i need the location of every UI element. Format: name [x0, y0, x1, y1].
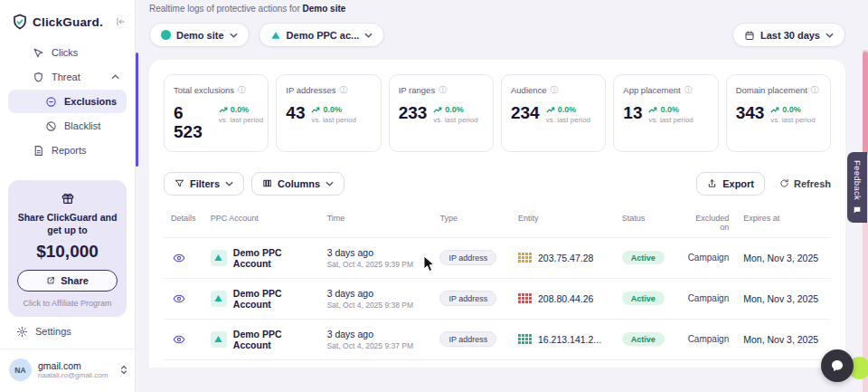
export-button[interactable]: Export	[696, 172, 765, 196]
collapse-icon	[115, 16, 126, 27]
info-icon[interactable]: ⓘ	[811, 86, 819, 94]
sidebar-collapse-button[interactable]	[115, 16, 126, 27]
trend-up-icon	[648, 107, 657, 113]
date-range-dropdown[interactable]: Last 30 days	[732, 23, 845, 47]
chevron-down-icon	[230, 33, 238, 38]
ppc-platform-icon	[211, 291, 227, 307]
stat-card-total-exclusions: Total exclusionsⓘ 6 523 0.0% vs. last pe…	[164, 74, 269, 152]
column-header-type: Type	[432, 208, 511, 238]
user-account-menu[interactable]: NA gmail.com naatali.ro@gmail.com	[0, 349, 135, 392]
view-details-button[interactable]	[171, 250, 187, 266]
column-header-time: Time	[320, 208, 433, 238]
sidebar-item-clicks[interactable]: Clicks	[8, 41, 127, 64]
logo-row: ClickGuard.	[0, 0, 135, 39]
chevron-up-down-icon	[120, 364, 127, 376]
stat-delta: 0.0%	[231, 105, 250, 114]
nav-label: Blacklist	[64, 120, 119, 131]
time-absolute: Sat, Oct 4, 2025 9:38 PM	[327, 301, 426, 310]
user-email: naatali.ro@gmail.com	[38, 371, 114, 379]
table-row: Demo PPC Account 3 days agoSat, Oct 4, 2…	[164, 319, 831, 359]
refresh-button[interactable]: Refresh	[779, 178, 831, 189]
stat-sub: vs. last period	[219, 116, 259, 124]
avatar: NA	[9, 359, 32, 381]
info-icon[interactable]: ⓘ	[238, 86, 246, 94]
user-meta: gmail.com naatali.ro@gmail.com	[38, 360, 114, 379]
external-link-icon	[46, 276, 55, 285]
trend-up-icon	[546, 107, 555, 113]
toolbar-right: Export Refresh	[696, 172, 831, 196]
stat-delta: 0.0%	[782, 105, 801, 114]
sidebar-scrollbar-thumb[interactable]	[136, 53, 138, 167]
account-name: Demo PPC Account	[233, 288, 313, 310]
column-header-ppc-account: PPC Account	[203, 208, 320, 238]
clickguard-logo-icon	[12, 14, 28, 30]
site-favicon-icon	[161, 30, 171, 40]
stat-value: 6 523	[174, 104, 212, 142]
logs-panel: Total exclusionsⓘ 6 523 0.0% vs. last pe…	[149, 60, 845, 368]
page-subtitle: Realtime logs of protective actions for …	[149, 4, 845, 14]
info-icon[interactable]: ⓘ	[551, 86, 559, 94]
exclusions-table: Details PPC Account Time Type Entity Sta…	[164, 208, 831, 366]
table-header-row: Details PPC Account Time Type Entity Sta…	[164, 208, 831, 238]
expires-at-value: Mon, Nov 3, 2025	[736, 278, 831, 319]
promo-line-1: Share ClickGuard and	[17, 211, 118, 224]
sidebar-item-threat[interactable]: Threat	[8, 65, 127, 89]
stat-card-ip-ranges: IP rangesⓘ 233 0.0% vs. last period	[389, 74, 494, 152]
excluded-on-value: Campaign	[680, 278, 736, 319]
info-icon[interactable]: ⓘ	[684, 86, 693, 94]
columns-button[interactable]: Columns	[251, 172, 344, 196]
trend-up-icon	[311, 107, 320, 113]
excluded-on-value: Campaign	[680, 319, 736, 359]
stat-value: 13	[623, 104, 642, 123]
column-header-excluded-on: Excluded on	[680, 208, 736, 238]
column-header-expires-at: Expires at	[736, 208, 831, 238]
prohibit-icon	[44, 120, 57, 132]
info-icon[interactable]: ⓘ	[340, 86, 348, 94]
type-badge: IP address	[439, 250, 496, 265]
scrollbar-thumb[interactable]	[863, 52, 868, 156]
ppc-platform-icon	[211, 331, 227, 348]
columns-icon	[262, 178, 272, 188]
stat-label: IP ranges	[399, 85, 436, 95]
cursor-click-icon	[32, 46, 44, 59]
stat-label: IP addresses	[286, 85, 335, 95]
stat-sub: vs. last period	[770, 116, 815, 124]
stat-card-audience: Audienceⓘ 234 0.0% vs. last period	[501, 74, 606, 152]
site-filter-dropdown[interactable]: Demo site	[149, 23, 250, 47]
shield-icon	[32, 71, 44, 83]
entity-value: 16.213.141.2...	[538, 334, 601, 345]
chevron-down-icon	[225, 181, 233, 186]
table-toolbar: Filters Columns	[164, 172, 831, 196]
affiliate-program-link[interactable]: Click to Affiliate Program	[17, 299, 118, 308]
sidebar-item-exclusions[interactable]: Exclusions	[8, 90, 127, 113]
stat-card-app-placement: App placementⓘ 13 0.0% vs. last period	[613, 74, 718, 152]
stats-row: Total exclusionsⓘ 6 523 0.0% vs. last pe…	[164, 74, 831, 152]
refresh-label: Refresh	[794, 178, 831, 189]
view-details-button[interactable]	[171, 291, 187, 307]
calendar-icon	[744, 30, 755, 41]
type-badge: IP address	[439, 331, 496, 347]
share-button[interactable]: Share	[17, 270, 118, 292]
nav-label: Exclusions	[64, 96, 119, 107]
nav-label: Reports	[52, 145, 119, 156]
sidebar-item-blacklist[interactable]: Blacklist	[8, 114, 127, 138]
feedback-tab[interactable]: Feedback	[847, 152, 867, 223]
funnel-icon	[175, 178, 184, 188]
stat-label: Domain placement	[736, 85, 807, 95]
entity-value: 203.75.47.28	[538, 253, 593, 263]
sidebar-item-settings[interactable]: Settings	[8, 320, 127, 343]
view-details-button[interactable]	[171, 331, 187, 348]
chat-launcher-button[interactable]	[821, 349, 854, 382]
ip-flag-icon	[518, 334, 532, 344]
sidebar-item-reports[interactable]: Reports	[8, 139, 127, 162]
filters-button[interactable]: Filters	[164, 172, 244, 196]
subtitle-text: Realtime logs of protective actions for	[149, 4, 300, 14]
excluded-on-value: Campaign	[680, 237, 736, 278]
info-icon[interactable]: ⓘ	[439, 86, 447, 94]
time-relative: 3 days ago	[327, 288, 426, 299]
column-header-status: Status	[615, 208, 680, 238]
subtitle-site-name: Demo site	[303, 4, 346, 14]
column-header-details: Details	[164, 208, 203, 238]
expires-at-value: Mon, Nov 3, 2025	[736, 237, 831, 278]
ppc-account-filter-dropdown[interactable]: Demo PPC ac...	[259, 23, 385, 47]
